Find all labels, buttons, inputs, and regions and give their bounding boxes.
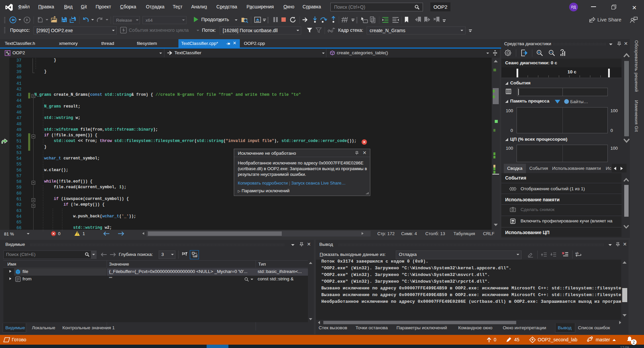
svg-text:ab: ab (575, 252, 579, 255)
svg-text:ab: ab (194, 255, 197, 257)
